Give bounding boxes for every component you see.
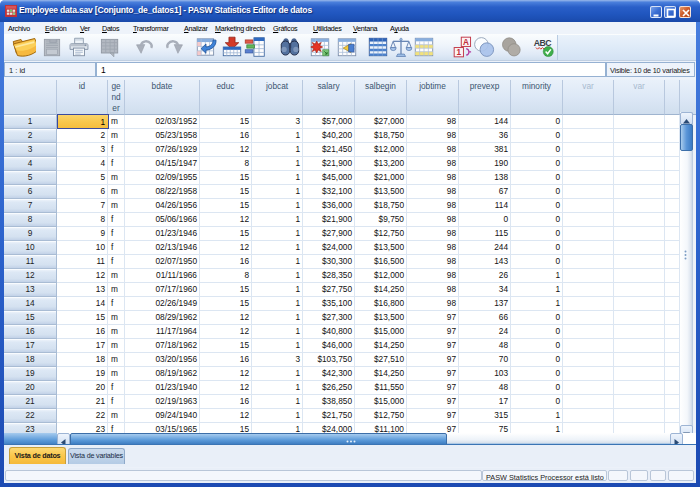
- svg-text:1: 1: [456, 48, 461, 57]
- svg-text:ABC: ABC: [534, 38, 553, 48]
- svg-text:A: A: [463, 38, 469, 47]
